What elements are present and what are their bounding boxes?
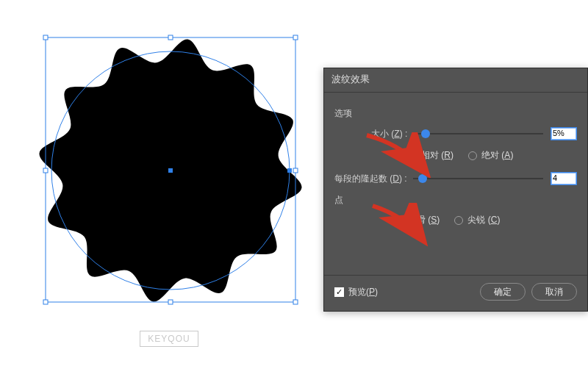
points-group-label: 点 xyxy=(334,194,577,207)
svg-rect-2 xyxy=(293,35,298,40)
path-anchor-right[interactable] xyxy=(287,168,292,173)
svg-rect-4 xyxy=(293,168,298,173)
ridges-label: 每段的隆起数 (D) : xyxy=(334,173,407,185)
svg-rect-6 xyxy=(168,300,173,304)
svg-rect-3 xyxy=(43,168,48,173)
dialog-title: 波纹效果 xyxy=(324,68,587,93)
radio-relative[interactable]: 相对 (R) xyxy=(408,149,453,162)
radio-smooth[interactable]: 平滑 (S) xyxy=(395,214,440,226)
center-anchor[interactable] xyxy=(168,168,173,173)
radio-sharp[interactable]: 尖锐 (C) xyxy=(454,214,500,226)
ridges-slider[interactable] xyxy=(413,172,543,185)
watermark: KEYQOU xyxy=(140,331,198,347)
preview-checkbox[interactable]: ✓ 预览(P) xyxy=(334,286,378,298)
svg-rect-1 xyxy=(168,35,173,40)
artboard: KEYQOU xyxy=(0,0,345,345)
svg-rect-5 xyxy=(43,300,48,304)
options-group-label: 选项 xyxy=(334,107,577,120)
ok-button[interactable]: 确定 xyxy=(480,283,526,301)
size-label: 大小 (Z) : xyxy=(371,128,407,140)
svg-rect-7 xyxy=(293,300,298,304)
cancel-button[interactable]: 取消 xyxy=(531,283,577,301)
radio-absolute[interactable]: 绝对 (A) xyxy=(468,149,513,162)
svg-rect-0 xyxy=(43,35,48,40)
size-input[interactable]: 5% xyxy=(551,127,577,140)
ridges-input[interactable]: 4 xyxy=(551,172,577,185)
artwork-svg xyxy=(0,0,345,345)
zigzag-dialog: 波纹效果 选项 大小 (Z) : 5% 相对 (R) 绝对 (A) xyxy=(323,68,588,312)
size-slider[interactable] xyxy=(413,127,543,140)
